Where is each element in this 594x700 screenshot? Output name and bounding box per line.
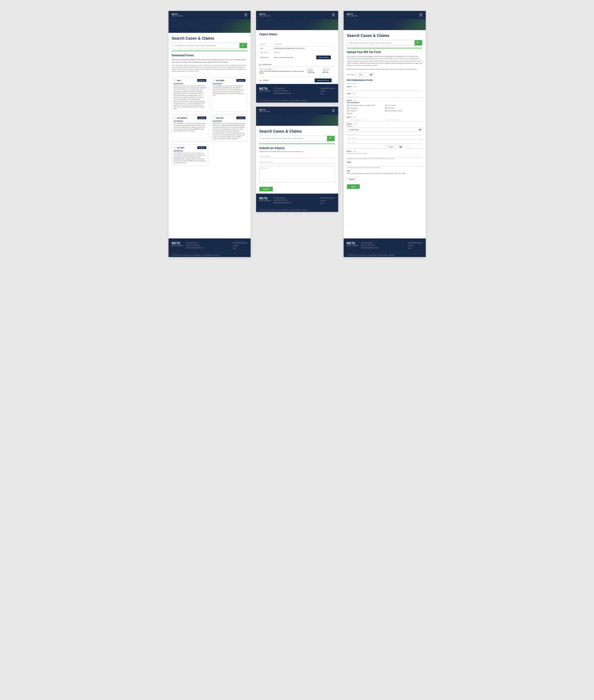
table-row: 120 PENNSAUKEN SEWERAGE AUTHORITY: [259, 46, 335, 50]
line1-input[interactable]: [347, 88, 423, 91]
form-card-w8ben: 📄 W-8 BEN Download DESCRIPTION Form W-8B…: [211, 77, 248, 112]
footer-disclaimer-2[interactable]: Disclaimer: [301, 100, 307, 101]
claims-status-title: Claims Status: [259, 33, 335, 36]
menu-icon-3[interactable]: ☰: [332, 109, 335, 113]
footer-privacy-2[interactable]: Privacy Policy: [281, 100, 288, 101]
creditor-name-input[interactable]: [259, 154, 335, 158]
footer-link-about-3[interactable]: About META Advisors: [320, 197, 335, 200]
radio-other-input[interactable]: [347, 113, 349, 114]
footer-link-about-2[interactable]: About META Advisors: [320, 87, 335, 90]
line4-label: Line 4: [347, 116, 351, 118]
empty-cell4: [312, 50, 335, 55]
street-input3[interactable]: [347, 141, 423, 144]
radio-llc[interactable]: Limited liability company: [385, 110, 423, 112]
radio-ccorp[interactable]: C Corporation: [385, 104, 423, 106]
footer-link-faq-1[interactable]: FAQ: [233, 247, 248, 250]
radio-individual[interactable]: Individual/sole proprietor or single mem…: [347, 104, 385, 106]
form-w8ben-desc-label: DESCRIPTION: [213, 83, 245, 84]
menu-icon-1[interactable]: ☰: [244, 13, 248, 17]
footer-privacy-3[interactable]: Privacy Policy: [281, 209, 288, 211]
download-btn-w8bene[interactable]: Download: [197, 116, 206, 119]
zip-field: [404, 146, 423, 149]
footer-privacy-4[interactable]: Privacy Policy: [368, 254, 376, 256]
footer-link-contact-1[interactable]: Contact: [233, 244, 248, 247]
forms-toggle[interactable]: FORMS: [259, 79, 269, 81]
stop-tracking-button[interactable]: Stop Tracking: [316, 56, 331, 59]
download-btn-w8imy[interactable]: Download: [197, 146, 206, 149]
footer-link-faq-3[interactable]: FAQ: [320, 202, 335, 205]
download-btn-w8ben[interactable]: Download: [236, 79, 245, 82]
street-input2[interactable]: [347, 137, 423, 140]
menu-icon-4[interactable]: ☰: [420, 13, 423, 17]
search-button-1[interactable]: 🔍: [239, 43, 247, 48]
hero-banner-2: [256, 19, 338, 30]
form-card-w8eci-title: 📄 W-8 ECI: [213, 117, 224, 119]
footer-terms-1[interactable]: Terms & Conditions: [202, 254, 212, 256]
search-button-3[interactable]: 🔍: [327, 136, 335, 141]
footer-link-faq-2[interactable]: FAQ: [320, 93, 335, 96]
more-info-toggle[interactable]: MORE INFO: [256, 63, 338, 66]
city-input[interactable]: [347, 146, 384, 149]
part1-input[interactable]: [347, 155, 423, 158]
radio-trust-input[interactable]: [347, 110, 349, 112]
search-input-1[interactable]: [172, 43, 239, 48]
exemptions-fatca-input[interactable]: [386, 118, 423, 121]
radio-ccorp-input[interactable]: [385, 104, 387, 106]
street-input[interactable]: [347, 133, 423, 136]
download-btn-w8eci[interactable]: Download: [236, 116, 245, 119]
footer-disclaimer-4[interactable]: Disclaimer: [389, 254, 395, 256]
document-icon-w8bene: 📄: [174, 117, 176, 119]
footer-disclaimer-3[interactable]: Disclaimer: [301, 209, 307, 211]
country-select[interactable]: United States: [347, 128, 423, 132]
search-input-4[interactable]: [347, 40, 415, 45]
form-type-select[interactable]: W-9 W-8 BEN W-8 BEN-E W-8 ECI W-8 IMY: [357, 73, 373, 77]
claim-field-group: Claim* You may associate one or more cla…: [347, 161, 423, 168]
radio-partnership[interactable]: Partnership: [385, 107, 423, 109]
save-button[interactable]: Save: [347, 184, 360, 189]
exemptions-payee-input[interactable]: [347, 118, 384, 121]
form-card-w9-title: 📄 W-9: [174, 79, 181, 82]
footer-disclaimer-1[interactable]: Disclaimer: [214, 254, 220, 256]
footer-link-contact-2[interactable]: Contact: [320, 90, 335, 93]
browse-button[interactable]: Browse: [347, 177, 357, 181]
zip-input[interactable]: [404, 146, 423, 149]
add-description: Please upload an electronic copy of your…: [347, 172, 423, 174]
form-card-w8eci: 📄 W-8 ECI Download DESCRIPTION Form W-8E…: [211, 114, 248, 142]
radio-other[interactable]: Other: [347, 113, 385, 114]
radio-partnership-input[interactable]: [385, 107, 387, 109]
footer-terms-4[interactable]: Terms & Conditions: [377, 254, 388, 256]
footer-link-about-4[interactable]: About META Advisors: [408, 242, 423, 244]
claim-input[interactable]: [347, 164, 423, 167]
footer-terms-3[interactable]: Terms & Conditions: [290, 209, 300, 211]
exemptions-row: [347, 118, 423, 121]
footer-privacy-1[interactable]: Privacy Policy: [193, 254, 201, 256]
menu-icon-2[interactable]: ☰: [332, 13, 335, 17]
line2-input[interactable]: [347, 95, 423, 98]
radio-individual-input[interactable]: [347, 104, 349, 106]
footer-copy-2: © 2020 Meta Advisors rights reserved Pri…: [256, 99, 338, 103]
download-btn-w9[interactable]: Download: [197, 79, 206, 82]
form-w9-desc-label: DESCRIPTION: [174, 83, 206, 84]
associated-claim-input[interactable]: [259, 160, 335, 164]
hero-banner-1: [169, 19, 251, 33]
search-input-3[interactable]: [260, 136, 327, 141]
footer-link-about-1[interactable]: About META Advisors: [233, 242, 248, 244]
upload-tax-form-button[interactable]: Upload Tax Form: [315, 78, 332, 82]
footer-link-contact-4[interactable]: Contact: [408, 244, 423, 247]
radio-llc-input[interactable]: [385, 110, 387, 112]
footer-link-contact-3[interactable]: Contact: [320, 200, 335, 202]
footer-terms-2[interactable]: Terms & Conditions: [290, 100, 300, 101]
radio-trust[interactable]: Trust/estate: [347, 110, 385, 112]
state-select[interactable]: — None —: [385, 145, 403, 149]
submit-button[interactable]: Submit: [259, 187, 273, 191]
claim-hint: You may associate one or more claims for…: [347, 167, 423, 168]
radio-scorp[interactable]: S Corporation: [347, 107, 385, 109]
search-button-4[interactable]: 🔍: [415, 40, 422, 45]
line1-field-group: Line 1* on W-9: [347, 86, 423, 91]
message-textarea[interactable]: [259, 166, 335, 182]
form-card-w8eci-header: 📄 W-8 ECI Download: [213, 116, 245, 119]
radio-scorp-input[interactable]: [347, 107, 349, 109]
middle-column: META ADVISORS ☰ Claims Status CLAIM # CR…: [256, 11, 338, 212]
footer-link-faq-4[interactable]: FAQ: [408, 247, 423, 250]
more-info-label: MORE INFO: [262, 64, 272, 65]
